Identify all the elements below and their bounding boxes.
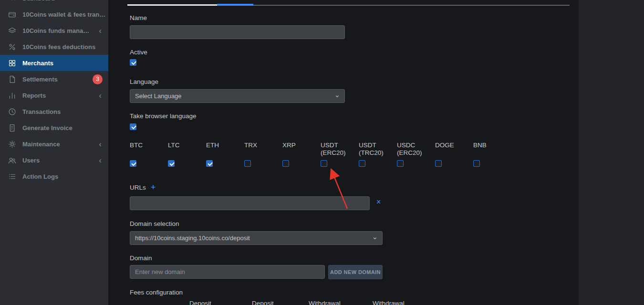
tab-underline [127,4,217,6]
fee-column-withdrawal-2: Withdrawal [373,300,405,305]
currency-label-trx: TRX [244,142,279,149]
fee-column-deposit-1: Deposit [189,300,211,305]
layers-icon [8,26,16,35]
domain-label: Domain [130,254,152,262]
clock-icon [8,107,16,116]
language-label: Language [130,78,158,85]
currency-label-eth: ETH [206,142,240,149]
urls-label: URLs [130,184,146,191]
url-input[interactable] [130,196,370,210]
sidebar-item-merchants[interactable]: Merchants [0,55,108,71]
gauge-icon [8,0,16,2]
name-input[interactable] [130,25,345,39]
fees-configuration-label: Fees configuration [130,289,183,296]
fee-column-deposit-2: Deposit [252,300,274,305]
users-icon [8,156,16,164]
currency-checkbox-btc[interactable] [130,160,136,167]
wallet-icon [8,10,16,19]
currency-checkbox-trx[interactable] [244,160,251,167]
currency-label-usdt-erc20: USDT (ERC20) [321,142,355,157]
currency-label-ltc: LTC [168,142,202,149]
sidebar-item-maintenance[interactable]: Maintenance ‹ [0,136,108,152]
list-icon [8,172,16,181]
domain-selection-label: Domain selection [130,220,179,227]
sidebar-item-settlements[interactable]: Settlements 3 [0,71,108,87]
currency-checkbox-bnb[interactable] [473,160,480,167]
currency-checkbox-doge[interactable] [435,160,442,167]
currency-label-doge: DOGE [435,142,469,149]
chevron-down-icon: ⌄ [372,233,378,241]
sidebar-item-generate-invoice[interactable]: Generate Invoice [0,120,108,136]
grid-icon [8,59,16,67]
file-icon [8,75,16,83]
name-label: Name [130,14,147,21]
currency-checkbox-usdt-trc20[interactable] [359,160,365,167]
sidebar-item-transactions[interactable]: Transactions [0,103,108,120]
currency-labels-row: BTC LTC ETH TRX XRP USDT (ERC20) USDT (T… [130,142,511,157]
urls-label-row: URLs + [130,183,156,193]
currency-checkbox-eth[interactable] [206,160,213,167]
merchant-form: Name Active Language Select Language ⌄ T… [108,0,579,305]
percent-icon [8,42,16,51]
browser-language-checkbox[interactable] [130,123,136,130]
bar-chart-icon [8,91,16,100]
currency-label-usdt-trc20: USDT (TRC20) [359,142,393,157]
currency-label-bnb: BNB [473,142,508,149]
gear-icon [8,140,16,148]
chevron-left-icon: ‹ [99,92,102,100]
sidebar-item-dashboard[interactable]: Dashboard [0,0,108,6]
fee-column-withdrawal-1: Withdrawal [309,300,341,305]
currency-checkbox-usdc-erc20[interactable] [397,160,404,167]
currency-checkbox-ltc[interactable] [168,160,175,167]
active-label: Active [130,49,147,56]
currency-checkbox-xrp[interactable] [282,160,289,167]
currency-checkbox-row [130,160,511,167]
active-tab-indicator [217,4,253,6]
new-domain-input[interactable] [130,265,325,279]
add-url-icon[interactable]: + [151,183,156,193]
chevron-down-icon: ⌄ [334,91,340,99]
sidebar: Dashboard 10Coins wallet & fees transfer… [0,0,108,305]
active-checkbox[interactable] [130,59,136,66]
chevron-left-icon: ‹ [99,140,102,148]
chevron-left-icon: ‹ [99,156,102,164]
remove-url-icon[interactable]: × [376,198,381,206]
invoice-icon [8,123,16,132]
browser-language-label: Take browser language [130,112,197,120]
sidebar-item-wallet-transfers[interactable]: 10Coins wallet & fees transfers [0,6,108,22]
sidebar-item-funds-management[interactable]: 10Coins funds management ‹ [0,22,108,39]
sidebar-item-action-logs[interactable]: Action Logs [0,168,108,184]
page-background [579,0,644,305]
currency-label-btc: BTC [130,142,164,149]
chevron-left-icon: ‹ [99,27,102,35]
domain-selection-select[interactable]: https://10coins.staging.10coins.co/depos… [130,231,383,245]
sidebar-item-fees-deductions[interactable]: 10Coins fees deductions [0,39,108,55]
language-select[interactable]: Select Language ⌄ [130,89,345,103]
currency-label-xrp: XRP [282,142,317,149]
sidebar-item-users[interactable]: Users ‹ [0,152,108,168]
currency-label-usdc-erc20: USDC (ERC20) [397,142,431,157]
add-new-domain-button[interactable]: ADD NEW DOMAIN [328,265,383,279]
sidebar-item-reports[interactable]: Reports ‹ [0,87,108,103]
currency-checkbox-usdt-erc20[interactable] [321,160,327,167]
sidebar-nav: Dashboard 10Coins wallet & fees transfer… [0,0,108,184]
settlements-badge: 3 [93,74,103,84]
